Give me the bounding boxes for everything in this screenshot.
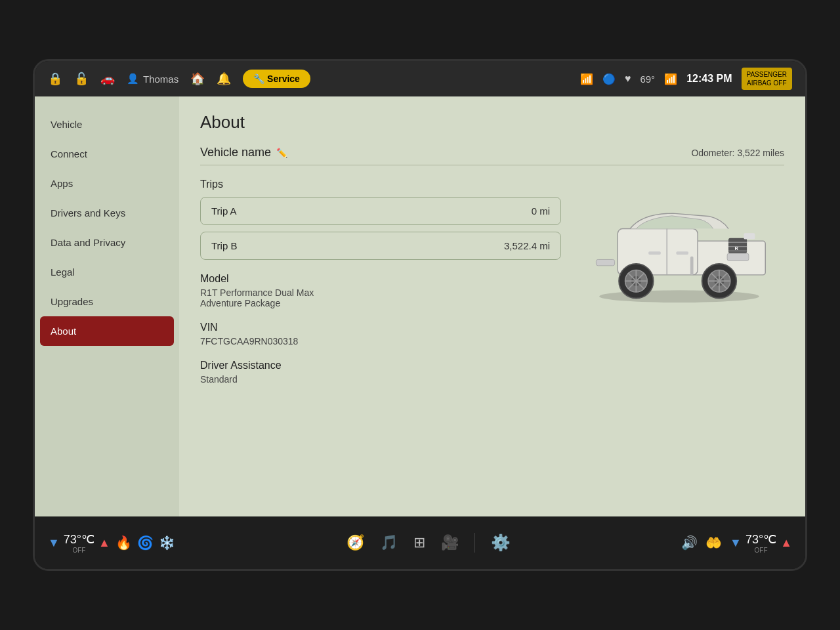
trip-a-label: Trip A (211, 205, 237, 217)
trip-b-label: Trip B (211, 240, 237, 251)
sidebar-item-connect[interactable]: Connect (35, 139, 179, 169)
volume-icon[interactable]: 🔊 (681, 535, 698, 551)
left-temp-display: 73°℃ OFF (64, 532, 94, 554)
clock-display: 12:43 PM (686, 73, 732, 85)
model-row: Model R1T Performance Dual Max Adventure… (200, 273, 561, 308)
right-temp-up-arrow[interactable]: ▲ (780, 536, 792, 550)
model-label: Model (200, 273, 561, 285)
seat-heat-icon-3[interactable]: ❄️ (159, 535, 175, 551)
music-icon[interactable]: 🎵 (380, 534, 398, 551)
left-temp-down-arrow[interactable]: ▼ (48, 536, 60, 550)
lock-icon[interactable]: 🔒 (48, 72, 62, 86)
vehicle-name-label: Vehicle name ✏️ (200, 146, 287, 159)
temperature-display: 69° (640, 74, 655, 85)
top-bar-left: 🔒 🔓 🚗 👤 Thomas 🏠 🔔 🔧 Service (48, 70, 570, 88)
left-temp-status: OFF (64, 547, 94, 554)
trip-b-card[interactable]: Trip B 3,522.4 mi (200, 232, 561, 260)
bottom-bar: ▼ 73°℃ OFF ▲ 🔥 🌀 ❄️ 🧭 🎵 ⊞ 🎥 ⚙️ 🔊 (35, 516, 805, 569)
seat-heat-icon-2[interactable]: 🌀 (137, 535, 154, 551)
left-temp-control: ▼ 73°℃ OFF ▲ (48, 532, 110, 554)
service-button[interactable]: 🔧 Service (243, 70, 310, 88)
right-temp-status: OFF (746, 547, 776, 554)
right-temp-down-arrow[interactable]: ▼ (730, 536, 742, 550)
odometer-display: Odometer: 3,522 miles (691, 148, 784, 158)
svg-rect-12 (596, 259, 614, 265)
sidebar-item-upgrades[interactable]: Upgrades (35, 287, 179, 316)
main-content: Vehicle Connect Apps Drivers and Keys Da… (35, 96, 805, 516)
bottom-right-controls: 🔊 🤲 ▼ 73°℃ OFF ▲ (681, 532, 792, 554)
svg-rect-10 (744, 233, 755, 239)
signal-icon: 📶 (664, 73, 677, 85)
two-col-layout: Trips Trip A 0 mi Trip B 3,522.4 mi Mode… (200, 178, 784, 395)
svg-rect-11 (727, 253, 749, 261)
steering-heat-icon[interactable]: 🤲 (705, 535, 722, 551)
content-area: About Vehicle name ✏️ Odometer: 3,522 mi… (179, 96, 805, 516)
sidebar-item-drivers-keys[interactable]: Drivers and Keys (35, 198, 179, 228)
svg-rect-4 (648, 251, 661, 255)
sidebar-item-apps[interactable]: Apps (35, 169, 179, 198)
vehicle-name-row: Vehicle name ✏️ Odometer: 3,522 miles (200, 146, 784, 159)
right-temp-control: ▼ 73°℃ OFF ▲ (730, 532, 792, 554)
edit-vehicle-name-icon[interactable]: ✏️ (276, 148, 287, 158)
settings-icon[interactable]: ⚙️ (491, 534, 511, 552)
trip-a-value: 0 mi (532, 205, 550, 217)
svg-rect-13 (690, 257, 694, 275)
trip-b-value: 3,522.4 mi (504, 240, 550, 251)
passenger-airbag-warning: PASSENGER AIRBAG OFF (742, 68, 793, 90)
seat-heat-icon-1[interactable]: 🔥 (116, 535, 132, 551)
user-icon: 👤 (127, 73, 139, 85)
vehicle-illustration: R (581, 178, 778, 310)
right-col: R (574, 178, 784, 395)
heart-icon: ♥ (625, 73, 631, 85)
vin-label: VIN (200, 322, 561, 333)
left-col: Trips Trip A 0 mi Trip B 3,522.4 mi Mode… (200, 178, 561, 395)
bluetooth-icon: 🔵 (602, 73, 616, 85)
sidebar-item-about[interactable]: About (40, 316, 174, 346)
vin-row: VIN 7FCTGCAA9RN030318 (200, 322, 561, 346)
sidebar: Vehicle Connect Apps Drivers and Keys Da… (35, 96, 179, 516)
bottom-left-controls: ▼ 73°℃ OFF ▲ 🔥 🌀 ❄️ (48, 532, 175, 554)
divider (200, 165, 784, 165)
right-temp-display: 73°℃ OFF (746, 532, 776, 554)
sidebar-item-vehicle[interactable]: Vehicle (35, 110, 179, 139)
svg-text:R: R (734, 245, 738, 251)
vin-value: 7FCTGCAA9RN030318 (200, 336, 561, 346)
model-value-line1: R1T Performance Dual Max (200, 287, 561, 298)
car-icon[interactable]: 🚗 (100, 72, 115, 86)
wifi-icon: 📶 (580, 73, 593, 85)
driver-assistance-label: Driver Assistance (200, 360, 561, 371)
vehicle-image-container: R (581, 178, 778, 310)
top-bar: 🔒 🔓 🚗 👤 Thomas 🏠 🔔 🔧 Service 📶 🔵 ♥ 69° 📶… (35, 61, 805, 96)
bell-icon[interactable]: 🔔 (217, 72, 231, 86)
bottom-center-controls: 🧭 🎵 ⊞ 🎥 ⚙️ (346, 533, 511, 553)
driver-assistance-value: Standard (200, 374, 561, 385)
left-temp-value: 73°℃ (64, 532, 94, 547)
trips-label: Trips (200, 178, 561, 190)
right-temp-value: 73°℃ (746, 532, 776, 547)
page-title: About (200, 112, 784, 133)
sidebar-item-data-privacy[interactable]: Data and Privacy (35, 228, 179, 257)
camera-icon[interactable]: 🎥 (441, 534, 459, 551)
model-value-line2: Adventure Package (200, 298, 561, 308)
navigation-icon[interactable]: 🧭 (346, 534, 364, 551)
sidebar-item-legal[interactable]: Legal (35, 257, 179, 287)
svg-rect-5 (676, 251, 688, 255)
home-icon[interactable]: 🏠 (190, 72, 205, 86)
top-bar-right: 📶 🔵 ♥ 69° 📶 12:43 PM PASSENGER AIRBAG OF… (580, 68, 792, 90)
grid-icon[interactable]: ⊞ (413, 534, 425, 551)
trip-a-card[interactable]: Trip A 0 mi (200, 197, 561, 225)
driver-assistance-row: Driver Assistance Standard (200, 360, 561, 385)
unlock-icon[interactable]: 🔓 (74, 72, 89, 86)
left-temp-up-arrow[interactable]: ▲ (98, 536, 110, 550)
user-name: Thomas (143, 74, 178, 85)
bottom-divider (474, 533, 475, 553)
user-profile[interactable]: 👤 Thomas (127, 73, 178, 85)
